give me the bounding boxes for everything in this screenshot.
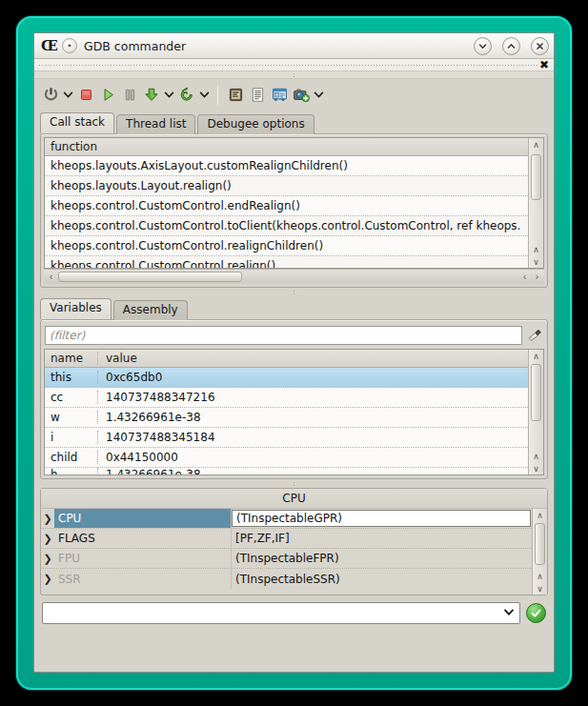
table-row[interactable]: w 1.43266961e-38 — [45, 408, 528, 428]
cpu-register-name[interactable]: SSR — [54, 569, 232, 589]
close-button[interactable] — [531, 37, 549, 55]
cpu-register-name[interactable]: FPU — [54, 549, 232, 568]
table-row[interactable]: h 1.43266961e-38 — [45, 468, 528, 474]
cpu-register-value[interactable]: (TInspectableGPR) — [232, 510, 531, 527]
table-row[interactable]: kheops.layouts.Layout.realign() — [45, 176, 528, 196]
scroll-up-arrow-icon[interactable]: ∧ — [533, 509, 547, 521]
dot-button-icon[interactable]: • — [62, 38, 77, 53]
table-row[interactable]: child 0x44150000 — [45, 448, 528, 468]
chevron-down-icon[interactable] — [502, 608, 516, 618]
table-row[interactable]: ❯ CPU (TInspectableGPR) — [41, 509, 532, 529]
start-debug-button[interactable] — [40, 83, 61, 108]
table-row[interactable]: kheops.control.CustomControl.realignChil… — [45, 236, 528, 256]
splitter-callstack-variables[interactable] — [34, 288, 554, 296]
tab-thread-list[interactable]: Thread list — [116, 114, 195, 134]
table-row[interactable]: ❯ SSR (TInspectableSSR) — [41, 569, 532, 589]
step-into-button[interactable] — [141, 83, 162, 108]
dock-grip-strip[interactable]: ✖ — [34, 59, 554, 71]
scroll-page-down-arrow-icon[interactable]: ∧ — [529, 450, 543, 462]
splitter-variables-cpu[interactable] — [34, 479, 554, 488]
command-input-combobox[interactable] — [42, 602, 520, 624]
start-options-dropdown[interactable] — [62, 83, 74, 108]
registers-view-button[interactable] — [225, 83, 246, 108]
drag-grip-dots-icon[interactable] — [38, 63, 538, 68]
snapshot-button[interactable] — [291, 83, 312, 108]
tab-call-stack[interactable]: Call stack — [40, 112, 114, 133]
close-icon — [535, 41, 545, 51]
hscroll-track[interactable] — [57, 272, 518, 282]
table-row[interactable]: kheops.control.CustomControl.realign() — [45, 256, 528, 268]
document-lines-icon — [249, 86, 267, 104]
run-continue-button[interactable] — [97, 83, 118, 108]
tab-debugee-options[interactable]: Debugee options — [197, 114, 314, 134]
call-stack-grid[interactable]: function kheops.layouts.AxisLayout.custo… — [44, 137, 544, 269]
snapshot-dropdown[interactable] — [313, 83, 325, 108]
cpu-body: ❯ CPU (TInspectableGPR) ❯ FLAGS [PF,ZF,I… — [41, 509, 547, 595]
scroll-up-arrow-icon[interactable]: ∧ — [529, 350, 543, 362]
vscroll-track[interactable] — [529, 362, 543, 450]
variable-value: 0xc65db0 — [98, 371, 528, 384]
table-row[interactable]: ❯ FPU (TInspectableFPR) — [41, 549, 532, 569]
maximize-button[interactable] — [502, 37, 520, 55]
filter-input[interactable]: (filter) — [45, 326, 522, 345]
variables-header[interactable]: name value — [45, 350, 528, 368]
table-row[interactable]: kheops.control.CustomControl.endRealign(… — [45, 196, 528, 216]
vscroll-thumb[interactable] — [531, 364, 541, 421]
cpu-register-name[interactable]: FLAGS — [54, 529, 232, 548]
variables-grid[interactable]: name value this 0xc65db0 — [44, 349, 544, 475]
table-row[interactable]: ❯ FLAGS [PF,ZF,IF] — [41, 529, 532, 549]
variables-header-value[interactable]: value — [98, 352, 528, 365]
step-into-dropdown[interactable] — [163, 83, 175, 108]
table-row[interactable]: kheops.layouts.AxisLayout.customRealignC… — [45, 156, 528, 176]
scroll-right-arrow-icon[interactable]: › — [531, 272, 543, 282]
mid-tab-strip: Variables Assembly — [34, 296, 554, 319]
expand-chevron-icon[interactable]: ❯ — [41, 529, 54, 548]
dock-grip-strip-secondary[interactable] — [34, 71, 554, 79]
scroll-down-arrow-icon[interactable]: ∨ — [529, 255, 543, 268]
tab-assembly[interactable]: Assembly — [113, 300, 188, 320]
cpu-register-value[interactable]: (TInspectableFPR) — [232, 549, 532, 568]
scroll-up-arrow-icon[interactable]: ∧ — [529, 138, 543, 151]
call-stack-rows: kheops.layouts.AxisLayout.customRealignC… — [45, 156, 528, 268]
vscroll-track[interactable] — [529, 151, 543, 243]
scroll-page-left-arrow-icon[interactable]: ‹ — [518, 272, 531, 282]
expand-chevron-icon[interactable]: ❯ — [41, 569, 54, 589]
expand-chevron-icon[interactable]: ❯ — [41, 509, 54, 528]
scroll-left-arrow-icon[interactable]: ‹ — [45, 272, 57, 282]
send-command-button[interactable] — [526, 603, 546, 623]
scroll-down-arrow-icon[interactable]: ∨ — [529, 462, 543, 474]
gdb-commander-window: Œ • GDB commander ✖ — [33, 32, 555, 673]
table-row[interactable]: this 0xc65db0 — [45, 368, 528, 388]
vscroll-thumb[interactable] — [535, 523, 545, 565]
output-view-button[interactable] — [247, 83, 268, 108]
call-stack-header-function[interactable]: function — [45, 138, 528, 156]
grip-dots-icon — [293, 72, 295, 77]
step-over-dropdown[interactable] — [198, 83, 211, 108]
scroll-down-arrow-icon[interactable]: ∨ — [533, 582, 547, 595]
variables-header-name[interactable]: name — [45, 352, 98, 365]
table-row[interactable]: kheops.control.CustomControl.toClient(kh… — [45, 216, 528, 236]
hscroll-thumb[interactable] — [58, 272, 242, 282]
scroll-page-down-arrow-icon[interactable]: ∧ — [533, 570, 547, 582]
call-stack-horizontal-scrollbar[interactable]: ‹ ‹ › — [44, 269, 544, 284]
dock-close-icon[interactable]: ✖ — [538, 60, 550, 70]
gdb-window-button[interactable] — [269, 83, 290, 108]
cpu-register-value[interactable]: (TInspectableSSR) — [232, 569, 532, 589]
cpu-register-name[interactable]: CPU — [54, 509, 232, 528]
table-row[interactable]: cc 140737488347216 — [45, 388, 528, 408]
pause-button[interactable] — [119, 83, 140, 108]
stop-button[interactable] — [75, 83, 96, 108]
clear-filter-button[interactable] — [526, 326, 543, 345]
minimize-button[interactable] — [474, 37, 492, 55]
step-over-button[interactable] — [176, 83, 197, 108]
vscroll-thumb[interactable] — [531, 154, 541, 200]
scroll-page-up-arrow-icon[interactable]: ∧ — [529, 243, 543, 255]
table-row[interactable]: i 140737488345184 — [45, 428, 528, 448]
cpu-register-value[interactable]: [PF,ZF,IF] — [232, 529, 532, 548]
cpu-vertical-scrollbar[interactable]: ∧ ∧ ∨ — [532, 509, 547, 595]
vscroll-track[interactable] — [533, 521, 547, 570]
variables-vertical-scrollbar[interactable]: ∧ ∧ ∨ — [528, 350, 543, 474]
tab-variables[interactable]: Variables — [40, 298, 112, 319]
expand-chevron-icon[interactable]: ❯ — [41, 549, 54, 568]
call-stack-vertical-scrollbar[interactable]: ∧ ∧ ∨ — [528, 138, 543, 268]
